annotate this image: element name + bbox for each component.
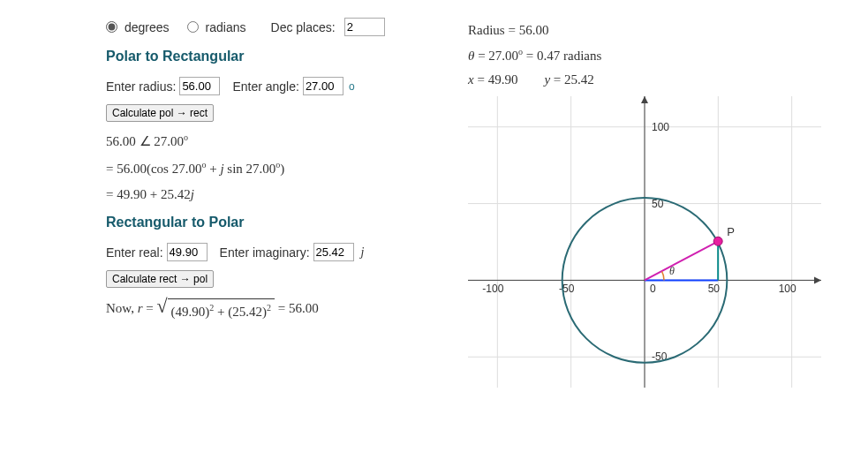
svg-marker-11 (814, 276, 821, 283)
p2r-result-line1: 56.00 ∠ 27.00o (106, 132, 424, 149)
svg-text:-100: -100 (482, 283, 503, 295)
unit-controls: degrees radians Dec places: (106, 18, 424, 36)
imag-unit: j (361, 245, 365, 260)
svg-text:100: 100 (652, 121, 669, 133)
r2p-heading: Rectangular to Polar (106, 215, 424, 230)
r2p-result-line: Now, r = √ (49.90)2 + (25.42)2 = 56.00 (106, 298, 424, 320)
calc-rect-pol-button[interactable]: Calculate rect → pol (106, 270, 214, 288)
calc-rect-pol-label: Calculate rect → pol (112, 273, 208, 285)
svg-text:P: P (727, 225, 735, 238)
svg-text:100: 100 (779, 283, 796, 295)
degrees-label: degrees (125, 20, 170, 34)
readout-x: x = 49.90 (468, 72, 517, 87)
polar-plot: -100-50050100-5050100θP (468, 96, 821, 388)
p2r-heading: Polar to Rectangular (106, 49, 424, 64)
readout-y: y = 25.42 (544, 72, 593, 87)
angle-input[interactable] (303, 77, 343, 95)
readout-radius: Radius = 56.00 (468, 23, 850, 38)
imag-input[interactable] (313, 243, 354, 261)
svg-text:0: 0 (650, 283, 656, 295)
enter-imag-label: Enter imaginary: (220, 245, 310, 260)
svg-text:-50: -50 (559, 283, 575, 295)
enter-radius-label: Enter radius: (106, 79, 176, 94)
dec-places-label: Dec places: (271, 20, 336, 34)
svg-text:50: 50 (708, 283, 721, 295)
p2r-result-line3: = 49.90 + 25.42j (106, 187, 424, 202)
radius-input[interactable] (179, 77, 220, 95)
svg-line-24 (645, 241, 718, 280)
svg-marker-12 (641, 96, 648, 103)
calc-pol-rect-label: Calculate pol → rect (112, 107, 208, 119)
enter-real-label: Enter real: (106, 245, 163, 260)
enter-angle-label: Enter angle: (232, 79, 299, 94)
radians-label: radians (206, 20, 246, 34)
calc-pol-rect-button[interactable]: Calculate pol → rect (106, 104, 214, 122)
radians-radio[interactable] (187, 21, 199, 33)
degrees-radio[interactable] (106, 21, 117, 33)
svg-point-26 (713, 237, 722, 245)
dec-places-input[interactable] (344, 18, 385, 36)
readout-theta: θ = 27.00o = 0.47 radians (468, 47, 850, 64)
svg-text:θ: θ (669, 265, 675, 277)
angle-unit: o (349, 80, 355, 93)
real-input[interactable] (167, 243, 208, 261)
p2r-result-line2: = 56.00(cos 27.00o + j sin 27.00o) (106, 160, 424, 177)
readout-block: Radius = 56.00 θ = 27.00o = 0.47 radians… (468, 23, 850, 87)
